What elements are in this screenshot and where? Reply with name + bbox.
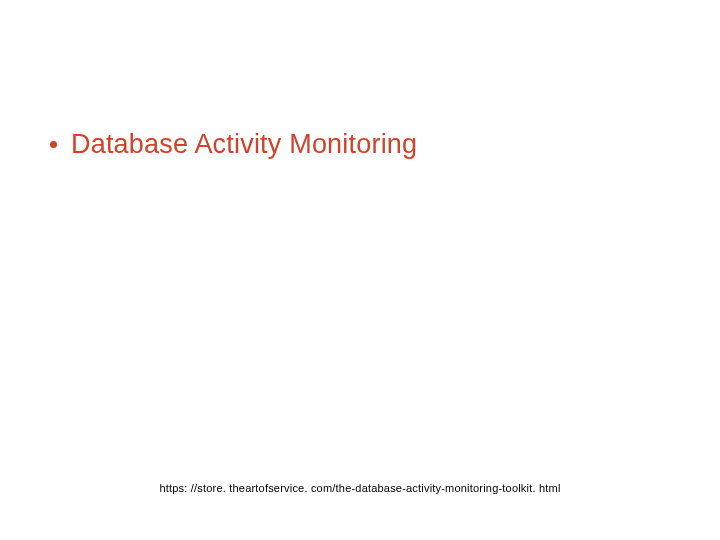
slide: Database Activity Monitoring https: //st… (0, 0, 720, 540)
bullet-dot-icon (50, 141, 57, 148)
bullet-text: Database Activity Monitoring (71, 128, 417, 160)
bullet-item: Database Activity Monitoring (50, 128, 417, 160)
footer-url: https: //store. theartofservice. com/the… (0, 482, 720, 494)
